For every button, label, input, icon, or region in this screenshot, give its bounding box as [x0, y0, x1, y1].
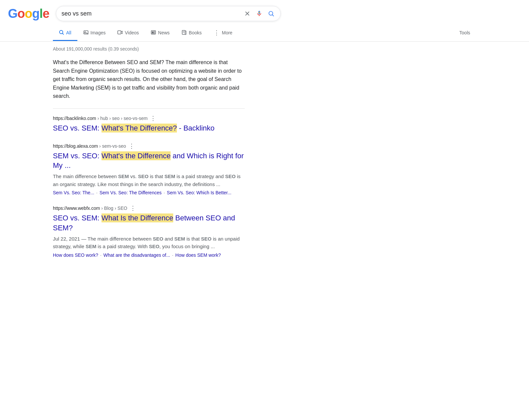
- books-icon: [182, 30, 187, 36]
- more-dots-icon: ⋮: [214, 29, 220, 36]
- search-input[interactable]: [61, 10, 240, 17]
- results-count: About 191,000,000 results (0.39 seconds): [53, 46, 245, 52]
- sub-link-2-2[interactable]: Sem Vs. Seo: The Differences: [100, 190, 162, 195]
- result-url-row-3: https://www.webfx.com › Blog › SEO ⋮: [53, 205, 245, 212]
- result-title-1[interactable]: SEO vs. SEM: What's The Difference? - Ba…: [53, 123, 245, 133]
- sub-links-2: Sem Vs. Seo: The... · Sem Vs. Seo: The D…: [53, 190, 245, 195]
- search-bar: [56, 6, 281, 21]
- logo-letter-g: G: [8, 7, 18, 21]
- sub-links-3: How does SEO work? · What are the disadv…: [53, 252, 245, 258]
- tab-books-label: Books: [189, 30, 202, 35]
- divider-1: [53, 108, 245, 109]
- logo-letter-l: l: [39, 7, 43, 21]
- result-options-3[interactable]: ⋮: [130, 205, 136, 212]
- sub-link-3-3[interactable]: How does SEM work?: [175, 252, 221, 258]
- svg-rect-5: [118, 31, 121, 34]
- logo-letter-e: e: [43, 7, 49, 21]
- result-options-2[interactable]: ⋮: [129, 142, 135, 150]
- featured-snippet: What's the Difference Between SEO and SE…: [53, 58, 245, 100]
- sub-link-3-1[interactable]: How does SEO work?: [53, 252, 98, 258]
- tab-videos-label: Videos: [125, 30, 139, 35]
- tab-news[interactable]: News: [145, 25, 176, 41]
- logo-letter-g2: g: [32, 7, 39, 21]
- tab-images[interactable]: Images: [77, 25, 112, 41]
- result-desc-2: The main difference between SEM vs. SEO …: [53, 172, 245, 188]
- result-url-3: https://www.webfx.com › Blog › SEO: [53, 206, 127, 211]
- result-desc-3: Jul 22, 2021 — The main difference betwe…: [53, 235, 245, 250]
- results-area: About 191,000,000 results (0.39 seconds)…: [0, 42, 298, 280]
- result-item-2: https://blog.alexa.com › sem-vs-seo ⋮ SE…: [53, 142, 245, 196]
- result-options-1[interactable]: ⋮: [150, 115, 156, 122]
- videos-icon: [117, 30, 123, 36]
- svg-rect-7: [152, 31, 154, 33]
- clear-button[interactable]: [243, 10, 251, 18]
- tab-all-label: All: [66, 30, 71, 35]
- tools-button[interactable]: Tools: [453, 25, 476, 40]
- google-logo: Google: [8, 7, 49, 21]
- header: Google: [0, 0, 529, 24]
- result-url-row-1: https://backlinko.com › hub › seo › seo-…: [53, 115, 245, 122]
- highlight-3: What Is the Difference: [102, 213, 173, 222]
- search-bar-icons: [243, 10, 275, 18]
- svg-rect-0: [259, 12, 260, 13]
- tab-more-label: More: [222, 30, 232, 35]
- tab-all[interactable]: All: [53, 25, 77, 41]
- tab-books[interactable]: Books: [176, 25, 208, 41]
- result-item-1: https://backlinko.com › hub › seo › seo-…: [53, 115, 245, 133]
- logo-letter-o1: o: [18, 7, 25, 21]
- result-title-3[interactable]: SEO vs. SEM: What Is the Difference Betw…: [53, 213, 245, 233]
- search-button[interactable]: [267, 10, 275, 18]
- highlight-1: What's The Difference?: [102, 124, 177, 133]
- tab-videos[interactable]: Videos: [111, 25, 145, 41]
- voice-search-button[interactable]: [255, 10, 263, 18]
- svg-point-4: [85, 31, 86, 32]
- tab-news-label: News: [158, 30, 170, 35]
- tab-images-label: Images: [91, 30, 106, 35]
- highlight-2: What's the Difference: [102, 151, 171, 160]
- nav-tabs: All Images Videos: [0, 24, 529, 42]
- tab-more[interactable]: ⋮ More: [208, 24, 238, 41]
- news-icon: [151, 30, 156, 36]
- result-title-2[interactable]: SEM vs. SEO: What's the Difference and W…: [53, 151, 245, 171]
- images-icon: [83, 30, 89, 36]
- sub-link-2-1[interactable]: Sem Vs. Seo: The...: [53, 190, 94, 195]
- sub-link-2-3[interactable]: Sem Vs. Seo: Which Is Better...: [167, 190, 231, 195]
- result-url-row-2: https://blog.alexa.com › sem-vs-seo ⋮: [53, 142, 245, 150]
- result-item-3: https://www.webfx.com › Blog › SEO ⋮ SEO…: [53, 205, 245, 258]
- logo-letter-o2: o: [25, 7, 32, 21]
- sub-link-3-2[interactable]: What are the disadvantages of...: [103, 252, 170, 258]
- result-url-2: https://blog.alexa.com › sem-vs-seo: [53, 143, 126, 149]
- result-url-1: https://backlinko.com › hub › seo › seo-…: [53, 116, 147, 121]
- all-icon: [59, 30, 64, 36]
